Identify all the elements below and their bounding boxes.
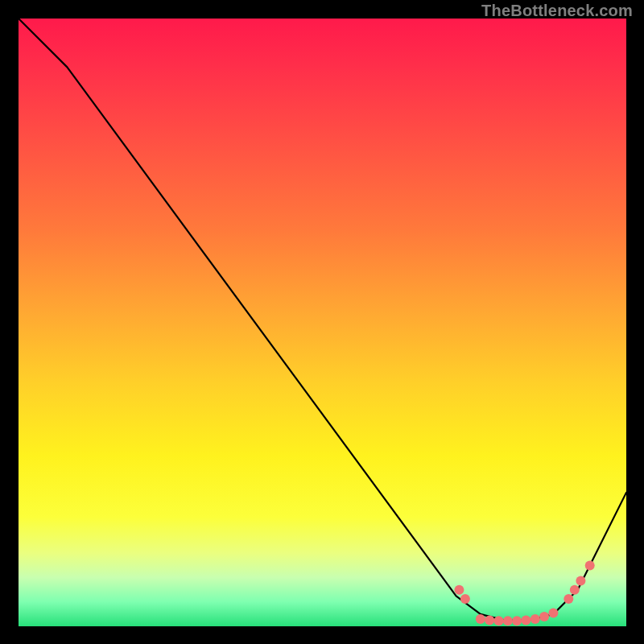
chart-svg xyxy=(19,19,626,626)
dots-layer xyxy=(454,561,594,626)
data-point xyxy=(570,585,580,595)
curve-path xyxy=(19,19,626,621)
data-point xyxy=(454,585,464,595)
watermark-label: TheBottleneck.com xyxy=(481,2,633,20)
data-point xyxy=(460,594,470,604)
plot-area xyxy=(19,19,626,626)
data-point xyxy=(512,616,522,625)
data-point xyxy=(476,614,485,624)
data-point xyxy=(548,608,558,617)
data-point xyxy=(521,616,530,625)
chart-frame: TheBottleneck.com xyxy=(0,0,644,644)
data-point xyxy=(576,576,585,585)
data-point xyxy=(564,594,573,604)
data-point xyxy=(494,616,504,625)
curve-layer xyxy=(19,19,626,621)
data-point xyxy=(503,616,513,625)
data-point xyxy=(485,616,494,625)
data-point xyxy=(539,612,549,621)
data-point xyxy=(530,614,540,624)
data-point xyxy=(585,561,595,571)
